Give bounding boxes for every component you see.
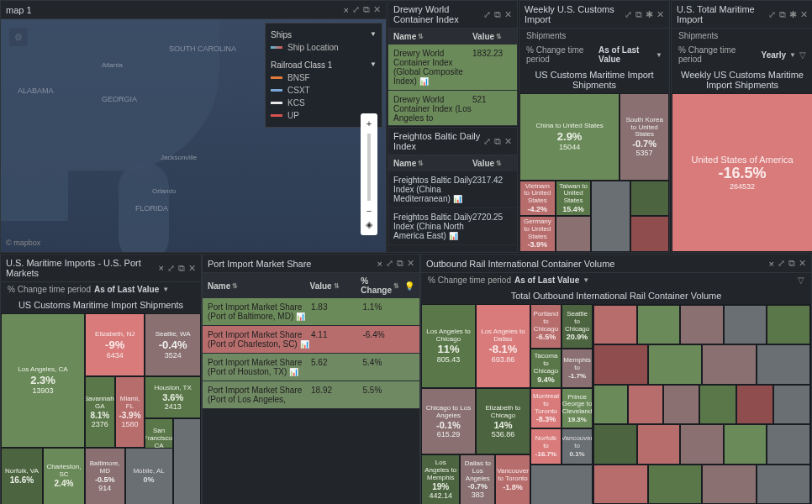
chart-icon[interactable]: 📊: [449, 232, 458, 240]
copy-icon[interactable]: ⧉: [397, 258, 403, 269]
table-row[interactable]: Drewry World Container Index (Los Angele…: [388, 91, 517, 125]
map-label: GEORGIA: [102, 95, 137, 103]
bulb-icon[interactable]: 💡: [404, 281, 414, 291]
close-icon[interactable]: ×: [766, 259, 778, 269]
close-panel-icon[interactable]: ✕: [188, 263, 196, 274]
close-icon[interactable]: ×: [156, 263, 167, 273]
drewry-panel: Drewry World Container Index ⤢⧉✕ Name⇅ V…: [388, 0, 518, 126]
close-icon[interactable]: ✕: [800, 9, 808, 20]
chart-icon[interactable]: 📊: [300, 340, 309, 349]
sort-icon[interactable]: ⇅: [496, 160, 502, 167]
close-icon[interactable]: ×: [374, 259, 386, 269]
panel-title: Freightos Baltic Daily Index: [393, 131, 483, 151]
legend-section: Ships: [271, 30, 292, 39]
chart-icon[interactable]: 📊: [453, 195, 462, 203]
sort-icon[interactable]: ⇅: [418, 160, 424, 167]
map-title: map 1: [6, 5, 340, 15]
copy-icon[interactable]: ⧉: [494, 136, 501, 147]
close-panel-icon[interactable]: ✕: [373, 4, 381, 15]
copy-icon[interactable]: ⧉: [779, 9, 786, 20]
col-header[interactable]: Name: [393, 32, 416, 41]
chevron-down-icon[interactable]: ▼: [162, 286, 169, 293]
port-markets-panel: U.S. Maritime Imports - U.S. Port Market…: [0, 254, 202, 504]
filter-icon[interactable]: ▽: [799, 50, 806, 60]
expand-icon[interactable]: ⤢: [386, 258, 393, 269]
period-dropdown[interactable]: As of Last Value: [514, 276, 579, 285]
treemap-chart[interactable]: China to United States2.9%15044 South Ko…: [519, 93, 669, 252]
period-dropdown[interactable]: As of Last Value: [94, 285, 159, 294]
legend-item: UP: [287, 111, 299, 120]
table-row[interactable]: Port Import Market Share (Port of Baltim…: [203, 298, 419, 326]
sort-icon[interactable]: ⇅: [334, 282, 340, 290]
chart-icon[interactable]: 📊: [419, 77, 429, 86]
close-panel-icon[interactable]: ✕: [799, 258, 806, 269]
copy-icon[interactable]: ⧉: [363, 4, 370, 15]
expand-icon[interactable]: ⤢: [483, 136, 491, 147]
chart-icon[interactable]: 📊: [296, 312, 305, 321]
sort-icon[interactable]: ⇅: [418, 33, 424, 40]
expand-icon[interactable]: ⤢: [625, 9, 632, 20]
zoom-in-icon[interactable]: +: [366, 117, 372, 130]
freightos-panel: Freightos Baltic Daily Index ⤢⧉✕ Name⇅ V…: [388, 127, 518, 253]
close-panel-icon[interactable]: ✕: [407, 258, 414, 269]
close-icon[interactable]: ×: [340, 5, 352, 15]
chart-title: US Customs Maritime Import Shipments: [1, 297, 201, 313]
col-header[interactable]: Name: [393, 159, 416, 168]
pin-icon[interactable]: ✱: [646, 9, 653, 20]
treemap-chart[interactable]: United States of America -16.5% 264532: [672, 93, 812, 252]
zoom-control[interactable]: + − ◈: [361, 113, 377, 235]
sort-icon[interactable]: ⇅: [393, 282, 399, 290]
close-icon[interactable]: ✕: [504, 136, 512, 147]
chevron-down-icon: ▼: [370, 60, 377, 70]
chevron-down-icon[interactable]: ▼: [656, 51, 662, 59]
map-label: Orlando: [152, 187, 176, 195]
map-canvas[interactable]: ⚙ ALABAMA GEORGIA SOUTH CAROLINA FLORIDA…: [1, 19, 386, 252]
col-header[interactable]: Name: [208, 281, 230, 291]
pin-icon[interactable]: ✱: [789, 9, 797, 20]
col-header[interactable]: Value: [472, 32, 494, 41]
treemap-chart[interactable]: Los Angeles, CA2.3%13903 Elizabeth, NJ-9…: [1, 313, 201, 504]
copy-icon[interactable]: ⧉: [494, 9, 501, 20]
total-maritime-panel: U.S. Total Maritime Import ⤢⧉✱✕ Shipment…: [671, 0, 812, 253]
treemap-chart[interactable]: Los Angeles to Chicago11%805.43 Los Ange…: [421, 304, 811, 504]
sort-icon[interactable]: ⇅: [496, 33, 502, 40]
legend-item: BNSF: [287, 73, 310, 82]
expand-icon[interactable]: ⤢: [167, 263, 175, 274]
map-label: Jacksonville: [161, 154, 197, 161]
table-row[interactable]: Port Import Market Share (Port of Los An…: [203, 381, 419, 409]
copy-icon[interactable]: ⧉: [788, 258, 795, 269]
table-row[interactable]: Port Import Market Share (Port of Housto…: [203, 354, 419, 381]
copy-icon[interactable]: ⧉: [178, 263, 185, 274]
expand-icon[interactable]: ⤢: [778, 258, 785, 269]
chevron-down-icon[interactable]: ▼: [789, 51, 796, 59]
col-header[interactable]: % Change: [361, 276, 392, 295]
period-dropdown[interactable]: Yearly: [762, 50, 786, 60]
panel-title: U.S. Maritime Imports - U.S. Port Market…: [6, 258, 156, 278]
chart-icon[interactable]: 📊: [289, 368, 298, 376]
chart-title: Weekly US Customs Maritime Import Shipme…: [672, 66, 812, 93]
expand-icon[interactable]: ⤢: [768, 9, 776, 20]
legend-item: KCS: [287, 98, 305, 108]
expand-icon[interactable]: ⤢: [483, 9, 491, 20]
col-header[interactable]: Value: [310, 281, 332, 291]
close-icon[interactable]: ✕: [656, 9, 664, 20]
table-row[interactable]: Port Import Market Share (Port of Charle…: [203, 326, 419, 354]
copy-icon[interactable]: ⧉: [635, 9, 642, 20]
map-label: FLORIDA: [135, 204, 168, 213]
filter-icon[interactable]: ▽: [798, 276, 804, 285]
compass-icon[interactable]: ◈: [366, 218, 372, 232]
close-icon[interactable]: ✕: [504, 9, 512, 20]
chevron-down-icon[interactable]: ▼: [583, 276, 589, 284]
legend-section: Railroad Class 1: [271, 60, 332, 70]
table-row[interactable]: Drewry World Container Index (Global Com…: [388, 45, 517, 91]
port-share-panel: Port Import Market Share × ⤢⧉✕ Name⇅ Val…: [202, 254, 420, 504]
period-dropdown[interactable]: As of Last Value: [598, 45, 652, 64]
sort-icon[interactable]: ⇅: [232, 282, 238, 290]
zoom-out-icon[interactable]: −: [366, 204, 372, 218]
table-row[interactable]: Freightos Baltic Daily Index (China Nort…: [388, 208, 517, 245]
chart-title: Total Outbound International Rail Contai…: [421, 287, 811, 304]
expand-icon[interactable]: ⤢: [352, 4, 360, 15]
col-header[interactable]: Value: [472, 159, 494, 168]
table-row[interactable]: Freightos Baltic Daily Index (China Medi…: [388, 171, 517, 208]
mapbox-attribution: © mapbox: [6, 239, 40, 247]
